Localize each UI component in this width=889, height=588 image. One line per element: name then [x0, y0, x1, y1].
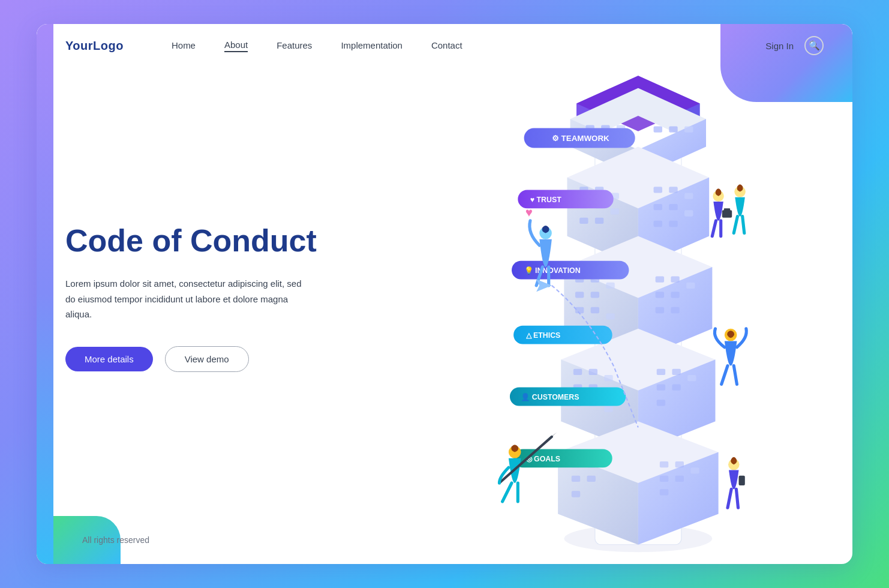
button-group: More details View demo	[65, 346, 353, 372]
svg-rect-28	[669, 204, 677, 210]
right-section: ⚙ TEAMWORK ♥ TRUST 💡 INNOVATION △ ETHICS…	[377, 67, 824, 564]
svg-rect-37	[606, 283, 614, 289]
signin-link[interactable]: Sign In	[765, 41, 794, 51]
svg-rect-72	[572, 476, 580, 482]
illustration: ⚙ TEAMWORK ♥ TRUST 💡 INNOVATION △ ETHICS…	[404, 67, 824, 564]
svg-line-99	[722, 366, 728, 385]
svg-rect-78	[660, 476, 668, 482]
nav-contact[interactable]: Contact	[431, 40, 462, 52]
svg-rect-29	[684, 210, 693, 216]
svg-rect-74	[572, 491, 580, 497]
svg-line-117	[736, 489, 738, 508]
svg-line-100	[734, 366, 737, 385]
svg-rect-45	[686, 283, 695, 289]
svg-line-112	[503, 483, 512, 502]
svg-rect-79	[675, 476, 684, 482]
svg-rect-44	[671, 276, 679, 282]
search-button[interactable]: 🔍	[804, 36, 824, 55]
main-content: Code of Conduct Lorem ipsum dolor sit am…	[37, 67, 852, 564]
svg-rect-77	[690, 467, 699, 473]
svg-rect-21	[611, 208, 619, 214]
svg-rect-47	[671, 292, 679, 298]
svg-rect-11	[669, 126, 677, 132]
navbar: YourLogo Home About Features Implementat…	[37, 24, 852, 67]
nav-links: Home About Features Implementation Conta…	[172, 40, 765, 52]
logo: YourLogo	[65, 39, 124, 53]
svg-rect-10	[654, 126, 662, 132]
svg-rect-53	[573, 369, 582, 375]
svg-line-107	[734, 217, 737, 233]
svg-rect-43	[656, 276, 664, 282]
svg-rect-115	[739, 476, 745, 485]
svg-text:⚙ TEAMWORK: ⚙ TEAMWORK	[552, 134, 609, 143]
svg-line-116	[728, 489, 731, 508]
svg-rect-30	[654, 221, 662, 227]
svg-rect-60	[604, 406, 612, 412]
svg-text:△ ETHICS: △ ETHICS	[525, 331, 561, 340]
svg-text:♥ TRUST: ♥ TRUST	[530, 196, 561, 204]
svg-rect-65	[672, 384, 680, 390]
svg-rect-73	[587, 476, 595, 482]
svg-rect-63	[687, 375, 696, 381]
svg-rect-26	[684, 193, 693, 199]
svg-rect-62	[672, 369, 680, 375]
svg-rect-25	[669, 187, 677, 193]
svg-rect-38	[575, 292, 584, 298]
page-title: Code of Conduct	[65, 223, 353, 259]
search-icon: 🔍	[809, 40, 820, 51]
svg-rect-27	[654, 204, 662, 210]
svg-rect-75	[660, 461, 668, 467]
left-section: Code of Conduct Lorem ipsum dolor sit am…	[65, 67, 377, 564]
svg-rect-41	[591, 307, 599, 313]
svg-rect-49	[671, 307, 679, 313]
svg-rect-39	[591, 292, 599, 298]
nav-implementation[interactable]: Implementation	[341, 40, 403, 52]
nav-features[interactable]: Features	[277, 40, 312, 52]
svg-rect-66	[657, 400, 665, 406]
svg-rect-76	[675, 461, 684, 467]
svg-rect-23	[595, 218, 603, 224]
svg-rect-24	[654, 187, 662, 193]
iso-svg: ⚙ TEAMWORK ♥ TRUST 💡 INNOVATION △ ETHICS…	[404, 67, 824, 564]
svg-text:👤 CUSTOMERS: 👤 CUSTOMERS	[521, 392, 579, 402]
nav-right: Sign In 🔍	[765, 36, 824, 55]
more-details-button[interactable]: More details	[65, 347, 153, 371]
svg-rect-46	[656, 292, 664, 298]
svg-rect-64	[657, 384, 665, 390]
page-wrapper: YourLogo Home About Features Implementat…	[37, 24, 852, 564]
svg-rect-31	[669, 221, 677, 227]
svg-rect-61	[657, 369, 665, 375]
hero-description: Lorem ipsum dolor sit amet, consectetur …	[65, 276, 305, 322]
svg-rect-12	[684, 126, 693, 132]
svg-line-104	[712, 221, 716, 236]
svg-line-108	[743, 217, 744, 233]
svg-rect-22	[579, 218, 588, 224]
view-demo-button[interactable]: View demo	[165, 346, 249, 372]
svg-rect-42	[606, 313, 614, 319]
svg-rect-55	[604, 375, 612, 381]
svg-text:💡 INNOVATION: 💡 INNOVATION	[524, 266, 581, 275]
nav-about[interactable]: About	[224, 40, 248, 52]
svg-rect-80	[660, 489, 668, 495]
svg-text:♥: ♥	[525, 205, 533, 219]
svg-marker-111	[549, 433, 557, 439]
svg-rect-48	[656, 307, 664, 313]
svg-rect-54	[589, 369, 597, 375]
svg-rect-102	[722, 210, 732, 217]
nav-home[interactable]: Home	[172, 40, 196, 52]
svg-rect-103	[724, 208, 730, 211]
